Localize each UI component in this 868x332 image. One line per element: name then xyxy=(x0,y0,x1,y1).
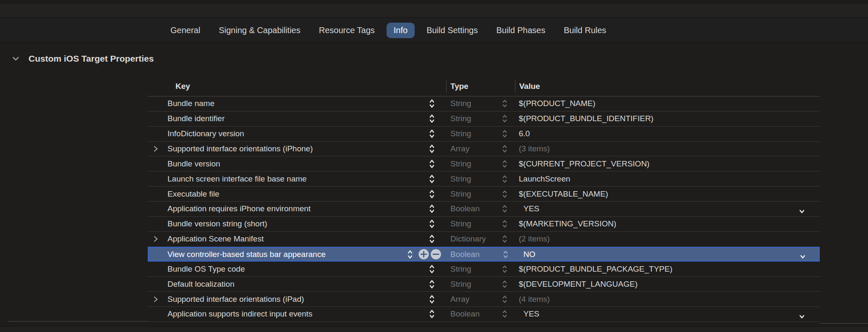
row-value: $(DEVELOPMENT_LANGUAGE) xyxy=(519,277,638,291)
tab-resource-tags[interactable]: Resource Tags xyxy=(310,23,384,38)
column-header-key: Key xyxy=(175,77,190,96)
tab-label: Info xyxy=(394,26,408,35)
column-header-value: Value xyxy=(519,77,540,96)
table-row[interactable]: InfoDictionary version String 6.0 xyxy=(148,127,820,142)
type-stepper-icon[interactable] xyxy=(502,96,507,111)
row-key-label: Application Scene Manifest xyxy=(167,232,264,246)
type-stepper-icon[interactable] xyxy=(502,292,507,306)
type-stepper-icon[interactable] xyxy=(502,171,507,186)
table-row[interactable]: Bundle name String $(PRODUCT_NAME) xyxy=(148,96,820,112)
row-value: NO xyxy=(523,248,536,261)
bottom-band xyxy=(0,326,868,332)
key-stepper-icon[interactable] xyxy=(429,171,435,186)
key-stepper-icon[interactable] xyxy=(429,217,435,231)
key-stepper-icon[interactable] xyxy=(429,127,435,141)
properties-table: Bundle name String $(PRODUCT_NAME) Bundl… xyxy=(148,96,820,322)
key-stepper-icon[interactable] xyxy=(429,232,435,246)
tab-label: Resource Tags xyxy=(319,26,375,35)
row-type-label: String xyxy=(450,156,471,171)
table-row[interactable]: Application Scene Manifest Dictionary (2… xyxy=(148,232,820,247)
value-popup-chevron-icon[interactable] xyxy=(798,307,805,322)
column-divider xyxy=(515,79,515,93)
table-row[interactable]: Bundle version String $(CURRENT_PROJECT_… xyxy=(148,156,820,171)
table-row[interactable]: Bundle OS Type code String $(PRODUCT_BUN… xyxy=(148,262,820,277)
key-stepper-icon[interactable] xyxy=(429,307,435,322)
type-stepper-icon[interactable] xyxy=(502,232,507,246)
section-header: Custom iOS Target Properties xyxy=(0,52,868,65)
tab-general[interactable]: General xyxy=(161,23,209,38)
key-stepper-icon[interactable] xyxy=(429,156,435,171)
target-tabs: General Signing & Capabilities Resource … xyxy=(161,18,615,42)
row-key-label: Default localization xyxy=(167,277,234,291)
remove-row-button[interactable] xyxy=(430,248,442,261)
type-stepper-icon[interactable] xyxy=(502,217,507,231)
table-row[interactable]: View controller-based status bar appeara… xyxy=(148,247,820,262)
row-type-label: Boolean xyxy=(450,307,480,322)
bottom-divider-left xyxy=(8,321,148,322)
type-stepper-icon[interactable] xyxy=(502,187,507,201)
tab-build-phases[interactable]: Build Phases xyxy=(487,23,554,38)
table-row[interactable]: Application requires iPhone environment … xyxy=(148,202,820,217)
key-stepper-icon[interactable] xyxy=(407,248,413,261)
value-popup-chevron-icon[interactable] xyxy=(799,248,806,261)
row-value: (2 items) xyxy=(519,232,550,246)
table-header: Key Type Value xyxy=(148,77,820,96)
section-disclosure-chevron-icon[interactable] xyxy=(12,56,20,63)
type-stepper-icon[interactable] xyxy=(502,262,507,276)
type-stepper-icon[interactable] xyxy=(502,277,507,291)
row-value: $(CURRENT_PROJECT_VERSION) xyxy=(519,156,649,171)
table-row[interactable]: Application supports indirect input even… xyxy=(148,307,820,322)
type-stepper-icon[interactable] xyxy=(502,112,507,126)
row-key-label: Application requires iPhone environment xyxy=(167,202,311,216)
type-stepper-icon[interactable] xyxy=(502,248,508,261)
table-row[interactable]: Bundle identifier String $(PRODUCT_BUNDL… xyxy=(148,112,820,127)
row-type-label: Array xyxy=(450,142,469,156)
table-row[interactable]: Default localization String $(DEVELOPMEN… xyxy=(148,277,820,292)
column-header-type: Type xyxy=(450,77,468,96)
key-stepper-icon[interactable] xyxy=(429,262,435,276)
key-stepper-icon[interactable] xyxy=(429,292,435,306)
row-value: YES xyxy=(523,202,539,216)
type-stepper-icon[interactable] xyxy=(502,307,507,322)
tab-info[interactable]: Info xyxy=(387,23,415,38)
type-stepper-icon[interactable] xyxy=(502,202,507,216)
table-row[interactable]: Supported interface orientations (iPhone… xyxy=(148,142,820,157)
tab-build-rules[interactable]: Build Rules xyxy=(554,23,615,38)
tab-label: General xyxy=(170,26,200,35)
row-value: 6.0 xyxy=(519,127,530,141)
row-disclosure-chevron-icon[interactable] xyxy=(152,232,159,246)
row-value: (3 items) xyxy=(519,142,550,156)
column-divider xyxy=(446,79,447,93)
key-stepper-icon[interactable] xyxy=(429,202,435,216)
value-popup-chevron-icon[interactable] xyxy=(798,202,805,216)
table-row[interactable]: Bundle version string (short) String $(M… xyxy=(148,217,820,232)
table-row[interactable]: Supported interface orientations (iPad) … xyxy=(148,292,820,307)
key-stepper-icon[interactable] xyxy=(429,96,435,111)
type-stepper-icon[interactable] xyxy=(502,142,507,156)
bottom-divider-right xyxy=(820,323,868,324)
row-key-label: InfoDictionary version xyxy=(167,127,244,141)
type-stepper-icon[interactable] xyxy=(502,156,507,171)
row-value: (4 items) xyxy=(519,292,550,306)
add-row-button[interactable] xyxy=(418,248,429,261)
tab-signing-capabilities[interactable]: Signing & Capabilities xyxy=(209,23,310,38)
row-disclosure-chevron-icon[interactable] xyxy=(152,142,159,156)
row-type-label: String xyxy=(450,127,471,141)
table-row[interactable]: Executable file String $(EXECUTABLE_NAME… xyxy=(148,187,820,202)
table-row[interactable]: Launch screen interface file base name S… xyxy=(148,171,820,187)
row-key-label: Application supports indirect input even… xyxy=(167,307,312,322)
row-key-label: View controller-based status bar appeara… xyxy=(167,248,326,261)
row-disclosure-chevron-icon[interactable] xyxy=(152,292,159,306)
key-stepper-icon[interactable] xyxy=(429,112,435,126)
tab-label: Signing & Capabilities xyxy=(219,26,301,35)
row-value: YES xyxy=(523,307,539,322)
key-stepper-icon[interactable] xyxy=(429,142,435,156)
key-stepper-icon[interactable] xyxy=(429,277,435,291)
row-type-label: String xyxy=(450,171,471,186)
row-key-label: Bundle version xyxy=(167,156,220,171)
row-value: $(PRODUCT_BUNDLE_IDENTIFIER) xyxy=(519,112,654,126)
type-stepper-icon[interactable] xyxy=(502,127,507,141)
row-key-label: Supported interface orientations (iPhone… xyxy=(167,142,313,156)
tab-build-settings[interactable]: Build Settings xyxy=(417,23,487,38)
key-stepper-icon[interactable] xyxy=(429,187,435,201)
